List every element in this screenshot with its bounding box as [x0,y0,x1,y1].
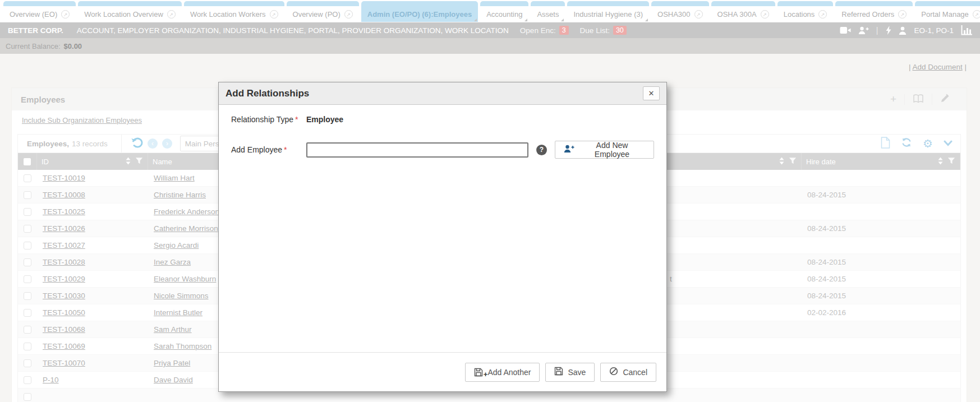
button-label: Cancel [623,368,647,377]
cancel-button[interactable]: Cancel [600,363,656,382]
relationship-type-label: Relationship Type* [231,115,306,124]
add-employee-label: Add Employee* [231,145,306,154]
dialog-header: Add Relationships ✕ [219,82,666,105]
save-icon [554,367,563,377]
close-icon[interactable]: ✕ [643,86,660,100]
button-label: Add Another [487,368,531,377]
save-plus-icon: + [474,368,483,377]
relationship-type-row: Relationship Type* Employee [231,115,654,124]
add-employee-input[interactable] [306,142,528,158]
button-label: Save [568,368,586,377]
required-asterisk: * [284,145,287,154]
add-person-icon [564,145,574,155]
button-label: Add New Employee [579,141,645,159]
relationship-type-value: Employee [306,115,343,124]
dialog-title: Add Relationships [226,88,309,99]
help-icon[interactable]: ? [536,145,547,155]
cancel-icon [609,367,618,377]
add-employee-row: Add Employee* ? Add New Employee [231,141,654,159]
add-new-employee-button[interactable]: Add New Employee [555,141,654,159]
add-another-button[interactable]: + Add Another [465,363,540,382]
required-asterisk: * [295,115,298,124]
dialog-footer: + Add Another Save Cancel [219,352,666,391]
save-button[interactable]: Save [545,363,595,382]
dialog-body: Relationship Type* Employee Add Employee… [219,105,666,352]
add-relationships-dialog: Add Relationships ✕ Relationship Type* E… [218,82,667,392]
